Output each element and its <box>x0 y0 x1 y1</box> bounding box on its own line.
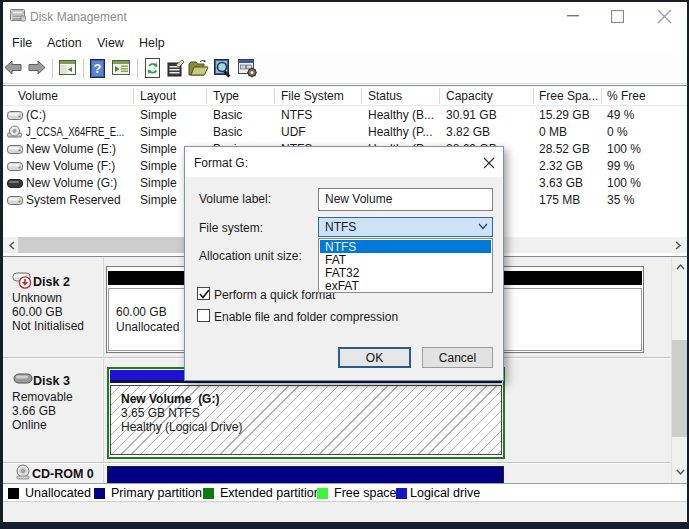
svg-text:?: ? <box>94 61 102 76</box>
